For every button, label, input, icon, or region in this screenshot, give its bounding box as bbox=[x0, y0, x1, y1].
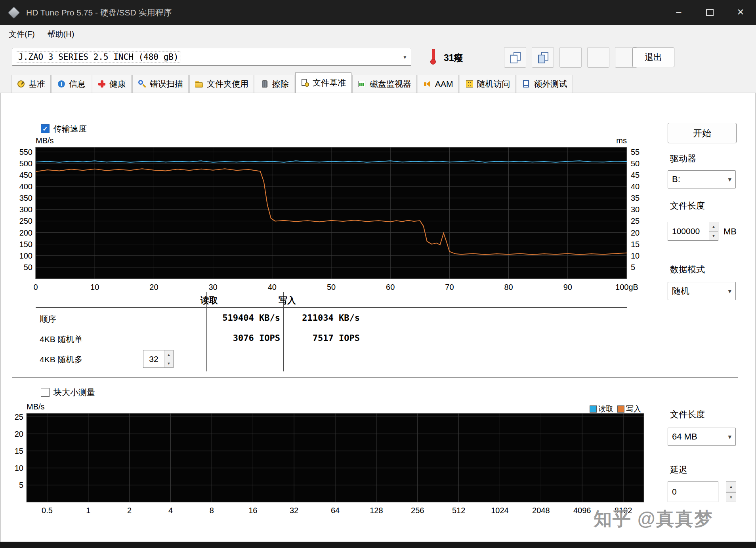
device-dropdown[interactable]: J.ZAO 3 SERIES 2.5 INCH (480 gB) ▾ bbox=[12, 48, 411, 66]
tab-scan[interactable]: 错误扫描 bbox=[132, 75, 189, 93]
transfer-speed-chart: 5505004504003503002502001501005001020304… bbox=[11, 136, 661, 299]
data-mode-dropdown[interactable]: 随机 ▾ bbox=[668, 282, 736, 300]
app-window: HD Tune Pro 5.75 - 硬盘/SSD 实用程序 文件(F) 帮助(… bbox=[0, 0, 756, 548]
tab-extra-tests[interactable]: 额外测试 bbox=[517, 75, 573, 93]
spinner-up-icon[interactable]: ▲ bbox=[164, 350, 173, 359]
spinner-down-icon[interactable]: ▼ bbox=[164, 359, 173, 367]
spinner-down-icon[interactable]: ▼ bbox=[709, 232, 718, 241]
block-file-length-dropdown[interactable]: 64 MB ▾ bbox=[668, 428, 736, 446]
delay-spinner-arrows: ▲ ▼ bbox=[726, 481, 736, 502]
chevron-down-icon: ▾ bbox=[728, 433, 731, 441]
legend-label: 写入 bbox=[626, 404, 641, 414]
svg-text:1024: 1024 bbox=[491, 506, 509, 515]
window-title: HD Tune Pro 5.75 - 硬盘/SSD 实用程序 bbox=[26, 7, 172, 18]
svg-text:250: 250 bbox=[19, 217, 32, 225]
delay-down-icon[interactable]: ▼ bbox=[726, 492, 736, 502]
drive-dropdown[interactable]: B: ▾ bbox=[668, 170, 736, 188]
svg-text:300: 300 bbox=[19, 205, 32, 214]
data-mode-value: 随机 bbox=[672, 285, 689, 297]
tab-aam[interactable]: AAM bbox=[418, 75, 459, 93]
menu-file[interactable]: 文件(F) bbox=[2, 27, 41, 42]
tab-random-access[interactable]: 随机访问 bbox=[460, 75, 516, 93]
data-mode-label: 数据模式 bbox=[670, 264, 705, 276]
exit-button[interactable]: 退出 bbox=[632, 48, 674, 67]
tab-label: 错误扫描 bbox=[150, 78, 183, 89]
tab-folder[interactable]: 文件夹使用 bbox=[189, 75, 254, 93]
tab-erase[interactable]: 擦除 bbox=[255, 75, 294, 93]
file-length-label: 文件长度 bbox=[670, 200, 705, 212]
svg-text:55: 55 bbox=[631, 148, 640, 156]
tab-label: 信息 bbox=[69, 78, 86, 89]
performance-button[interactable] bbox=[587, 47, 609, 68]
svg-text:45: 45 bbox=[631, 171, 640, 179]
device-dropdown-value: J.ZAO 3 SERIES 2.5 INCH (480 gB) bbox=[16, 51, 181, 63]
scan-icon bbox=[138, 80, 147, 88]
minimize-button[interactable] bbox=[663, 0, 694, 25]
svg-text:150: 150 bbox=[19, 240, 32, 249]
svg-text:30: 30 bbox=[208, 283, 217, 291]
block-size-label: 块大小测量 bbox=[53, 387, 95, 398]
tab-label: 基准 bbox=[29, 78, 45, 89]
tab-label: 磁盘监视器 bbox=[370, 78, 411, 89]
svg-text:MB/s: MB/s bbox=[36, 136, 54, 145]
legend-swatch-icon bbox=[617, 405, 624, 413]
tab-label: 随机访问 bbox=[477, 78, 510, 89]
transfer-speed-checkbox[interactable] bbox=[41, 124, 50, 133]
maximize-button[interactable] bbox=[694, 0, 725, 25]
thread-count-spinner[interactable]: 32 ▲ ▼ bbox=[143, 350, 174, 368]
svg-text:4: 4 bbox=[168, 506, 173, 515]
tab-file-benchmark[interactable]: 文件基准 bbox=[295, 72, 351, 93]
legend-write: 写入 bbox=[617, 404, 641, 414]
svg-text:64: 64 bbox=[331, 506, 340, 515]
chevron-down-icon: ▾ bbox=[403, 53, 407, 61]
svg-text:1: 1 bbox=[86, 506, 90, 515]
svg-text:60: 60 bbox=[386, 283, 395, 291]
svg-text:0.5: 0.5 bbox=[42, 506, 53, 515]
minimize-icon bbox=[676, 8, 682, 17]
svg-text:32: 32 bbox=[290, 506, 298, 515]
file-length-value: 100000 bbox=[668, 222, 709, 240]
svg-text:80: 80 bbox=[504, 283, 513, 291]
window-controls bbox=[663, 0, 756, 25]
svg-text:90: 90 bbox=[563, 283, 572, 291]
block-size-checkbox[interactable] bbox=[41, 388, 50, 397]
svg-text:200: 200 bbox=[19, 228, 32, 237]
drive-label: 驱动器 bbox=[670, 153, 696, 165]
svg-text:350: 350 bbox=[19, 194, 32, 202]
tab-label: 擦除 bbox=[272, 78, 289, 89]
disk-monitor-icon bbox=[358, 80, 367, 88]
menu-help[interactable]: 帮助(H) bbox=[41, 27, 81, 42]
thread-count-arrows: ▲ ▼ bbox=[164, 350, 173, 367]
svg-text:2: 2 bbox=[127, 506, 132, 515]
svg-text:256: 256 bbox=[411, 506, 424, 515]
tab-disk-monitor[interactable]: 磁盘监视器 bbox=[352, 75, 417, 93]
delay-spinner[interactable]: 0 bbox=[668, 481, 718, 502]
tab-info[interactable]: 信息 bbox=[52, 75, 91, 93]
svg-text:5: 5 bbox=[631, 263, 635, 272]
delay-up-icon[interactable]: ▲ bbox=[726, 481, 736, 491]
svg-text:40: 40 bbox=[268, 283, 277, 291]
tab-label: 额外测试 bbox=[534, 78, 567, 89]
block-file-length-label: 文件长度 bbox=[670, 409, 705, 421]
thread-count-value: 32 bbox=[143, 350, 164, 367]
thermometer-icon bbox=[430, 49, 436, 65]
copy-image-button[interactable] bbox=[532, 47, 554, 68]
close-button[interactable] bbox=[725, 0, 756, 25]
copy-text-button[interactable] bbox=[504, 47, 526, 68]
svg-text:20: 20 bbox=[149, 283, 158, 291]
spinner-up-icon[interactable]: ▲ bbox=[709, 222, 718, 232]
delay-value: 0 bbox=[668, 482, 718, 502]
chevron-down-icon: ▾ bbox=[728, 175, 731, 184]
file-benchmark-icon bbox=[301, 78, 309, 87]
svg-text:5: 5 bbox=[19, 481, 23, 489]
file-length-spinner[interactable]: 100000 ▲ ▼ bbox=[668, 222, 718, 241]
svg-text:0: 0 bbox=[33, 283, 38, 291]
erase-icon bbox=[260, 80, 269, 88]
tab-gauge[interactable]: 基准 bbox=[11, 75, 51, 93]
svg-text:10: 10 bbox=[631, 251, 640, 260]
start-button[interactable]: 开始 bbox=[668, 123, 737, 143]
tab-health[interactable]: 健康 bbox=[92, 75, 132, 93]
tab-label: 文件夹使用 bbox=[207, 78, 248, 89]
svg-text:50: 50 bbox=[631, 159, 640, 168]
screenshot-button[interactable] bbox=[559, 47, 582, 68]
